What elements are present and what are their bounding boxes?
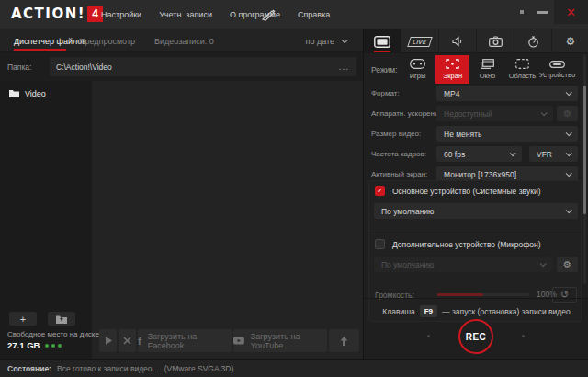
youtube-icon — [233, 337, 244, 345]
primary-audio-device-value: По умолчанию — [374, 207, 566, 216]
chevron-down-icon — [566, 150, 572, 156]
mode-buttons: Игры Экран Окно Область Устройство — [401, 55, 574, 84]
records-count: Видеозаписи: 0 — [154, 29, 214, 52]
chevron-down-icon — [541, 109, 548, 116]
secondary-volume-reset-button[interactable]: ↺ — [552, 287, 577, 303]
folder-path-field[interactable]: C:\Action!\Video ... — [50, 57, 356, 76]
mode-games-label: Игры — [410, 72, 426, 80]
action-app-window: ACTION! 4 Настройки Учетн. записи О прог… — [0, 0, 588, 377]
minimize-button[interactable] — [530, 3, 554, 21]
status-bar: Состояние: Все готово к записи видео... … — [0, 359, 588, 377]
pen-tool-icon[interactable] — [261, 7, 277, 22]
primary-audio-device-dropdown[interactable]: По умолчанию — [374, 203, 578, 219]
sort-by-label: по дате — [306, 37, 334, 46]
import-folder-button[interactable] — [48, 312, 75, 326]
format-dropdown[interactable]: MP4 — [436, 86, 578, 101]
close-button[interactable]: ✕ — [554, 0, 588, 24]
upload-arrow-icon — [340, 337, 348, 346]
tab-screen-recording[interactable] — [364, 29, 401, 53]
hotkey-info: Клавиша F9 — запуск (остановка) записи в… — [364, 305, 588, 317]
upload-facebook-label: Загрузить на Facebook — [148, 332, 232, 350]
tab-audio-recording[interactable] — [439, 29, 477, 53]
rec-button-label: REC — [466, 332, 487, 342]
disk-status-dots — [45, 344, 62, 348]
format-value: MP4 — [436, 89, 566, 98]
chevron-down-icon — [540, 260, 547, 267]
add-folder-button[interactable]: + — [9, 312, 37, 326]
hotkey-suffix: — запуск (остановка) записи видео — [442, 307, 571, 316]
upload-facebook-button[interactable]: f Загрузить на Facebook — [138, 329, 232, 352]
recording-settings-panel: LIVE ⚙ Режим: Игры — [363, 29, 588, 359]
settings-tabs: LIVE ⚙ — [364, 29, 588, 53]
active-tab-underline — [14, 49, 66, 51]
mode-games-button[interactable]: Игры — [401, 55, 435, 84]
tree-item-video[interactable]: Video — [0, 86, 92, 101]
gamepad-icon — [410, 59, 425, 69]
upload-youtube-button[interactable]: Загрузить на YouTube — [233, 329, 327, 352]
live-icon: LIVE — [407, 37, 433, 47]
tray-minimize-button[interactable] — [514, 3, 530, 21]
mode-screen-label: Экран — [443, 72, 462, 80]
secondary-audio-device-dropdown[interactable]: По умолчанию — [374, 257, 552, 272]
secondary-audio-settings-button[interactable]: ⚙ — [557, 257, 578, 272]
main-menu: Настройки Учетн. записи О программе Спра… — [99, 0, 332, 29]
tree-item-label: Video — [25, 89, 46, 98]
menu-settings[interactable]: Настройки — [99, 7, 143, 22]
browse-folder-button[interactable]: ... — [339, 62, 356, 72]
menu-accounts[interactable]: Учетн. записи — [157, 7, 214, 22]
sort-by-dropdown[interactable]: по дате — [306, 29, 346, 52]
window-icon — [481, 59, 494, 69]
framerate-dropdown[interactable]: 60 fps — [436, 146, 522, 162]
chevron-down-icon — [510, 150, 516, 156]
tab-live-streaming[interactable]: LIVE — [401, 29, 439, 53]
close-x-icon — [123, 337, 131, 345]
rec-side-dot-left — [427, 335, 430, 337]
stopwatch-icon — [527, 36, 539, 48]
mode-area-label: Область — [509, 72, 536, 80]
upload-youtube-label: Загрузить на YouTube — [251, 332, 327, 350]
framerate-mode-value: VFR — [529, 150, 566, 159]
tab-preview[interactable]: Предпросмотр — [79, 29, 135, 52]
mode-screen-button[interactable]: Экран — [435, 55, 469, 84]
menu-help[interactable]: Справка — [296, 7, 332, 22]
folder-icon — [9, 89, 19, 97]
format-row: Формат: MP4 — [364, 86, 588, 104]
status-message: Все готово к записи видео... — [57, 364, 159, 373]
hotkey-key-badge: F9 — [420, 305, 437, 317]
folder-import-icon — [56, 314, 67, 324]
settings-scrollbar-thumb[interactable] — [583, 86, 586, 214]
free-space-info: Свободное место на диске 27.1 GB — [7, 330, 99, 350]
mode-area-button[interactable]: Область — [505, 55, 539, 84]
divider — [364, 298, 588, 299]
delete-button[interactable] — [119, 329, 136, 352]
folder-path-value: C:\Action!\Video — [50, 63, 339, 72]
video-size-row: Размер видео: Не менять — [364, 126, 588, 144]
chevron-down-icon — [566, 170, 572, 177]
framerate-row: Частота кадров: 60 fps VFR — [364, 146, 588, 165]
play-button[interactable] — [99, 329, 117, 352]
rec-button[interactable]: REC — [458, 319, 493, 354]
primary-audio-checkbox[interactable]: ✓ — [375, 186, 385, 196]
tab-settings[interactable]: ⚙ — [552, 29, 588, 53]
free-space-label: Свободное место на диске — [7, 330, 99, 338]
framerate-mode-dropdown[interactable]: VFR — [529, 146, 578, 162]
mode-window-label: Окно — [480, 72, 495, 80]
mode-device-button[interactable]: Устройство — [540, 55, 574, 84]
hw-accel-settings-button[interactable]: ⚙ — [557, 106, 578, 121]
status-renderer: (VMware SVGA 3D) — [164, 364, 234, 373]
tab-screenshots[interactable] — [477, 29, 514, 53]
upload-button[interactable] — [329, 329, 359, 352]
tab-benchmark[interactable] — [514, 29, 552, 53]
secondary-audio-device-value: По умолчанию — [374, 260, 540, 269]
area-select-icon — [515, 59, 529, 69]
app-logo: ACTION! 4 — [11, 6, 103, 22]
status-label: Состояние: — [7, 364, 51, 373]
secondary-volume-slider[interactable] — [437, 293, 529, 296]
hw-accel-dropdown[interactable]: Недоступный — [436, 106, 553, 121]
secondary-audio-checkbox[interactable] — [375, 239, 385, 249]
mode-window-button[interactable]: Окно — [470, 55, 504, 84]
hotkey-prefix: Клавиша — [382, 307, 414, 316]
format-label: Формат: — [371, 86, 400, 101]
video-size-dropdown[interactable]: Не менять — [436, 126, 578, 142]
hw-accel-row: Аппаратн. ускорение: Недоступный ⚙ — [364, 106, 588, 124]
